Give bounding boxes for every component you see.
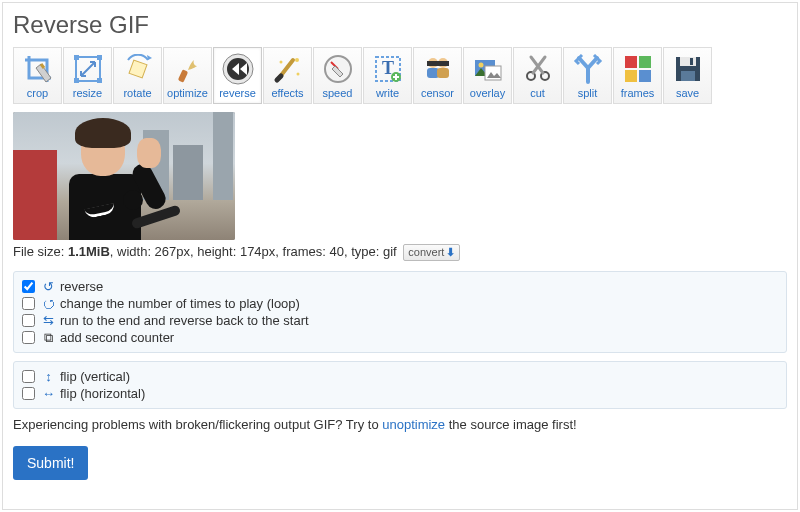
- option-label: add second counter: [60, 330, 174, 345]
- toolbar: cropresizerotateoptimizereverseeffectssp…: [13, 47, 787, 104]
- svg-point-10: [279, 61, 282, 64]
- file-size-label: File size:: [13, 244, 68, 259]
- option-label: flip (horizontal): [60, 386, 145, 401]
- svg-rect-33: [681, 71, 695, 81]
- tool-save[interactable]: save: [663, 47, 712, 104]
- tool-resize[interactable]: resize: [63, 47, 112, 104]
- option-flipv: ↕flip (vertical): [22, 368, 778, 385]
- file-size-value: 1.1MiB: [68, 244, 110, 259]
- tool-label: split: [564, 87, 611, 99]
- save-icon: [671, 52, 705, 86]
- checkbox-pingpong[interactable]: [22, 314, 35, 327]
- tool-speed[interactable]: speed: [313, 47, 362, 104]
- svg-point-22: [478, 63, 483, 68]
- option-reverse: ↺reverse: [22, 278, 778, 295]
- write-icon: T: [371, 52, 405, 86]
- submit-button[interactable]: Submit!: [13, 446, 88, 480]
- tool-cut[interactable]: cut: [513, 47, 562, 104]
- option-label: run to the end and reverse back to the s…: [60, 313, 309, 328]
- tool-label: cut: [514, 87, 561, 99]
- speed-icon: [321, 52, 355, 86]
- tool-label: speed: [314, 87, 361, 99]
- unoptimize-link[interactable]: unoptimize: [382, 417, 445, 432]
- options-panel-main: ↺reverse⭯change the number of times to p…: [13, 271, 787, 353]
- download-icon: ⬇: [446, 246, 455, 258]
- option-label: flip (vertical): [60, 369, 130, 384]
- svg-point-11: [296, 73, 299, 76]
- frames-icon: [621, 52, 655, 86]
- svg-rect-3: [74, 78, 79, 83]
- tool-crop[interactable]: crop: [13, 47, 62, 104]
- reverse-icon: [221, 52, 255, 86]
- tool-effects[interactable]: effects: [263, 47, 312, 104]
- gif-preview[interactable]: [13, 112, 235, 240]
- svg-rect-27: [639, 56, 651, 68]
- hint-text: Experiencing problems with broken/flicke…: [13, 417, 787, 432]
- tool-label: overlay: [464, 87, 511, 99]
- tool-label: reverse: [214, 87, 261, 99]
- option-loop: ⭯change the number of times to play (loo…: [22, 295, 778, 312]
- options-panel-flip: ↕flip (vertical)↔flip (horizontal): [13, 361, 787, 409]
- fliph-icon: ↔: [41, 386, 56, 401]
- page-title: Reverse GIF: [13, 11, 787, 39]
- reverse-icon: ↺: [41, 279, 56, 294]
- svg-rect-28: [625, 70, 637, 82]
- tool-label: resize: [64, 87, 111, 99]
- pingpong-icon: ⇆: [41, 313, 56, 328]
- counter-icon: ⧉: [41, 330, 56, 345]
- option-pingpong: ⇆run to the end and reverse back to the …: [22, 312, 778, 329]
- crop-icon: [21, 52, 55, 86]
- option-counter: ⧉add second counter: [22, 329, 778, 346]
- svg-rect-26: [625, 56, 637, 68]
- tool-label: frames: [614, 87, 661, 99]
- resize-icon: [71, 52, 105, 86]
- file-rest: , width: 267px, height: 174px, frames: 4…: [110, 244, 397, 259]
- tool-label: crop: [14, 87, 61, 99]
- option-label: reverse: [60, 279, 103, 294]
- flipv-icon: ↕: [41, 369, 56, 384]
- optimize-icon: [171, 52, 205, 86]
- split-icon: [571, 52, 605, 86]
- tool-label: effects: [264, 87, 311, 99]
- tool-split[interactable]: split: [563, 47, 612, 104]
- checkbox-fliph[interactable]: [22, 387, 35, 400]
- cut-icon: [521, 52, 555, 86]
- svg-rect-2: [97, 55, 102, 60]
- tool-optimize[interactable]: optimize: [163, 47, 212, 104]
- svg-rect-20: [427, 61, 449, 66]
- svg-point-9: [295, 58, 299, 62]
- option-label: change the number of times to play (loop…: [60, 296, 300, 311]
- tool-label: censor: [414, 87, 461, 99]
- censor-icon: [421, 52, 455, 86]
- file-meta: File size: 1.1MiB, width: 267px, height:…: [13, 244, 787, 261]
- tool-write[interactable]: Twrite: [363, 47, 412, 104]
- overlay-icon: [471, 52, 505, 86]
- tool-label: save: [664, 87, 711, 99]
- svg-rect-6: [177, 69, 188, 82]
- svg-rect-1: [74, 55, 79, 60]
- tool-overlay[interactable]: overlay: [463, 47, 512, 104]
- checkbox-reverse[interactable]: [22, 280, 35, 293]
- svg-rect-31: [680, 57, 696, 66]
- checkbox-loop[interactable]: [22, 297, 35, 310]
- tool-rotate[interactable]: rotate: [113, 47, 162, 104]
- svg-rect-5: [129, 60, 147, 78]
- tool-frames[interactable]: frames: [613, 47, 662, 104]
- rotate-icon: [121, 52, 155, 86]
- svg-rect-29: [639, 70, 651, 82]
- convert-button[interactable]: convert⬇: [403, 244, 460, 261]
- tool-label: rotate: [114, 87, 161, 99]
- svg-rect-4: [97, 78, 102, 83]
- tool-censor[interactable]: censor: [413, 47, 462, 104]
- option-fliph: ↔flip (horizontal): [22, 385, 778, 402]
- tool-reverse[interactable]: reverse: [213, 47, 262, 104]
- checkbox-counter[interactable]: [22, 331, 35, 344]
- svg-rect-32: [690, 58, 693, 65]
- svg-rect-19: [437, 68, 449, 78]
- checkbox-flipv[interactable]: [22, 370, 35, 383]
- tool-label: optimize: [164, 87, 211, 99]
- effects-icon: [271, 52, 305, 86]
- loop-icon: ⭯: [41, 296, 56, 311]
- tool-label: write: [364, 87, 411, 99]
